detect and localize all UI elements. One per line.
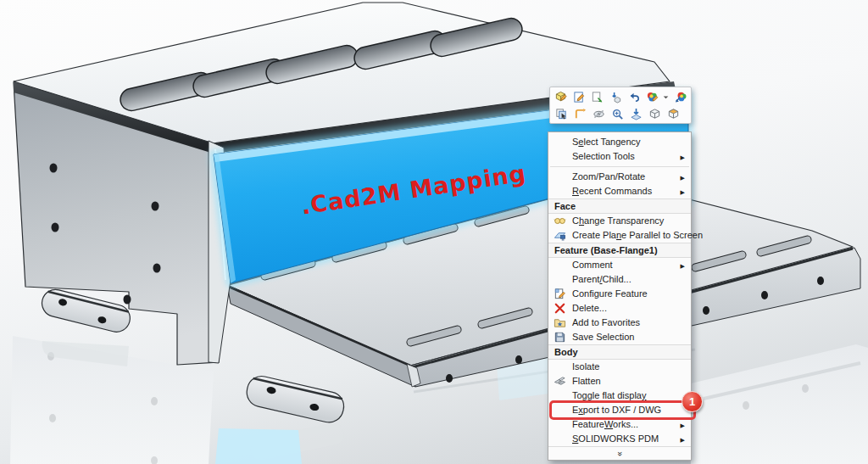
menu-item-label: Isolate (572, 361, 599, 372)
submenu-arrow-icon: ▶ (681, 185, 685, 199)
menu-item-label: Flatten (572, 376, 601, 386)
transparency-icon (554, 215, 566, 227)
menu-item-label: SOLIDWORKS PDM (572, 433, 659, 444)
appearances-icon[interactable] (643, 89, 662, 105)
normal-to-icon[interactable] (626, 106, 645, 122)
menu-item-label: Create Plane Parallel to Screen (572, 230, 703, 240)
toolbar-row (552, 88, 689, 105)
view-orientation-icon[interactable] (645, 106, 664, 122)
menu-item-save-selection[interactable]: Save Selection (548, 330, 691, 344)
convert-entities-icon[interactable] (570, 106, 589, 122)
menu-item-export-to-dxf-dwg[interactable]: Export to DXF / DWG1 (548, 403, 691, 417)
delete-icon (554, 302, 566, 315)
tray-mounting-foot (244, 373, 347, 425)
solidworks-viewport: .Cad2M Mapping Select TangencySelection … (0, 0, 868, 464)
menu-item-select-tangency[interactable]: Select Tangency (548, 135, 691, 149)
menu-separator (550, 166, 689, 167)
plane-screen-icon (554, 229, 566, 242)
menu-item-flatten[interactable]: Flatten (548, 374, 691, 389)
submenu-arrow-icon: ▶ (681, 259, 685, 273)
menu-item-label: Delete... (572, 303, 607, 313)
blue-face-reflection (215, 428, 302, 464)
select-other-icon[interactable] (552, 106, 570, 122)
context-menu: Select TangencySelection Tools▶Zoom/Pan/… (548, 131, 692, 461)
material-icon[interactable] (670, 89, 689, 105)
submenu-arrow-icon: ▶ (681, 433, 685, 447)
menu-item-label: FeatureWorks... (572, 419, 638, 429)
save-selection-icon (554, 331, 566, 344)
annotation-badge: 1 (682, 391, 703, 412)
menu-item-label: Select Tangency (572, 137, 641, 147)
insert-sketch-icon[interactable] (588, 89, 607, 105)
menu-item-label: Configure Feature (572, 288, 648, 299)
menu-item-label: Export to DXF / DWG (572, 405, 661, 415)
arrow-down-part-icon[interactable] (607, 89, 626, 105)
menu-item-recent-commands[interactable]: Recent Commands▶ (548, 184, 691, 198)
menu-item-label: Recent Commands (572, 186, 652, 196)
menu-item-zoom-pan-rotate[interactable]: Zoom/Pan/Rotate▶ (548, 170, 691, 184)
configure-feature-icon (554, 288, 566, 300)
zoom-to-selection-icon[interactable] (608, 106, 626, 122)
menu-item-create-plane-parallel-to-screen[interactable]: Create Plane Parallel to Screen (548, 228, 691, 243)
hide-icon[interactable] (589, 106, 608, 122)
undo-icon[interactable] (625, 89, 643, 105)
menu-item-label: Comment (572, 260, 613, 270)
context-toolbar (549, 87, 692, 124)
menu-item-label: Zoom/Pan/Rotate (572, 171, 645, 182)
menu-item-label: Parent/Child... (572, 274, 632, 284)
menu-item-featureworks[interactable]: FeatureWorks...▶ (548, 417, 691, 432)
menu-header-feature-base-flange1: Feature (Base-Flange1) (548, 243, 691, 258)
menu-header-face: Face (548, 198, 691, 214)
menu-item-isolate[interactable]: Isolate (548, 360, 691, 374)
menu-item-label: Change Transparency (572, 215, 664, 226)
edit-sketch-icon[interactable] (570, 89, 589, 105)
menu-more-chevron[interactable]: » (548, 446, 691, 460)
menu-item-delete[interactable]: Delete... (548, 301, 691, 316)
menu-item-solidworks-pdm[interactable]: SOLIDWORKS PDM▶ (548, 432, 691, 446)
viewport-3d: .Cad2M Mapping (0, 0, 868, 464)
menu-item-parent-child[interactable]: Parent/Child... (548, 272, 691, 287)
menu-item-label: Save Selection (572, 332, 634, 342)
submenu-arrow-icon: ▶ (681, 171, 685, 185)
menu-item-change-transparency[interactable]: Change Transparency (548, 214, 691, 228)
menu-item-toggle-flat-display[interactable]: Toggle flat display (548, 389, 691, 403)
dropdown-caret-icon[interactable] (662, 89, 671, 105)
flatten-icon (554, 375, 566, 388)
menu-item-label: Add to Favorites (572, 317, 640, 327)
more-chevron-icon: » (614, 451, 626, 456)
menu-item-selection-tools[interactable]: Selection Tools▶ (548, 149, 691, 164)
menu-item-label: Selection Tools (572, 151, 635, 161)
menu-item-comment[interactable]: Comment▶ (548, 258, 691, 272)
menu-header-body: Body (548, 344, 691, 360)
submenu-arrow-icon: ▶ (681, 418, 685, 433)
menu-item-add-to-favorites[interactable]: Add to Favorites (548, 316, 691, 330)
submenu-arrow-icon: ▶ (681, 150, 685, 165)
toolbar-row (552, 105, 689, 122)
menu-item-label: Toggle flat display (572, 390, 646, 400)
favorites-icon (554, 316, 566, 329)
menu-item-configure-feature[interactable]: Configure Feature (548, 287, 691, 301)
enclosure-mounting-foot (39, 287, 133, 335)
section-view-icon[interactable] (664, 106, 682, 122)
edit-feature-icon[interactable] (552, 89, 570, 105)
